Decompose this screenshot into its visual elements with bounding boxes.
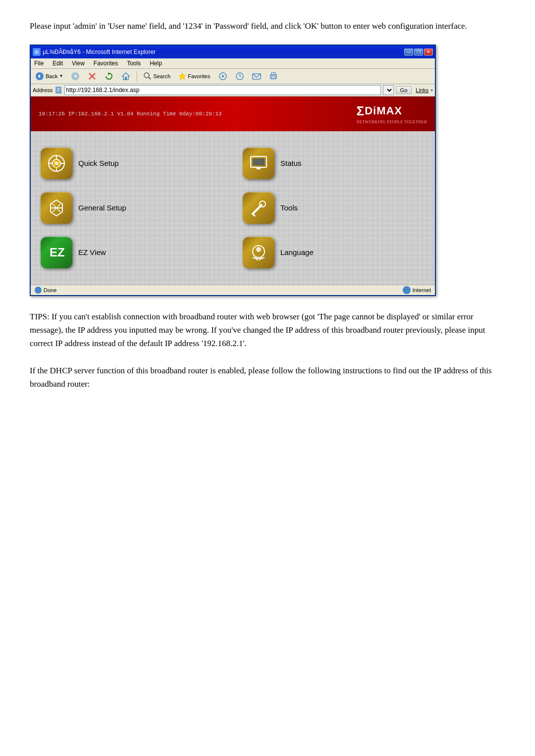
language-label: Language: [280, 248, 314, 256]
menu-view[interactable]: View: [70, 59, 86, 67]
language-icon-box: [243, 237, 274, 268]
menu-help[interactable]: Help: [148, 59, 163, 67]
menu-file[interactable]: File: [33, 59, 45, 67]
titlebar-buttons: — ❐ ✕: [404, 49, 433, 55]
address-input[interactable]: http://192.168.2.1/index.asp: [64, 85, 380, 95]
intro-paragraph: Please input 'admin' in 'User name' fiel…: [30, 20, 505, 33]
quick-setup-label: Quick Setup: [78, 159, 119, 167]
ez-view-icon-box: EZ: [41, 237, 72, 268]
status-icon-box: [243, 148, 274, 179]
home-icon: [121, 72, 130, 81]
tools-icon-box: [243, 192, 274, 224]
titlebar-left: e μL¾ÐÂÐ¤åY6 - Microsoft Internet Explor…: [33, 48, 156, 56]
address-label: Address: [33, 87, 53, 93]
status-label: Status: [280, 159, 302, 167]
search-button[interactable]: Search: [141, 71, 173, 82]
forward-icon: [71, 72, 80, 81]
back-icon: [35, 72, 44, 81]
quick-setup-icon: [46, 152, 67, 174]
quick-setup-icon-box: [41, 148, 72, 179]
router-header-bar: 19:17:26 IP:192.168.2.1 V1.04 Running Ti…: [31, 97, 435, 131]
language-icon: [248, 242, 269, 263]
edimax-logo: Σ DiMAX: [357, 103, 427, 119]
close-button[interactable]: ✕: [424, 49, 433, 55]
nav-item-quick-setup[interactable]: Quick Setup: [41, 146, 223, 181]
svg-point-34: [54, 161, 58, 165]
menu-edit[interactable]: Edit: [51, 59, 64, 67]
ie-titlebar: e μL¾ÐÂÐ¤åY6 - Microsoft Internet Explor…: [31, 46, 435, 58]
refresh-button[interactable]: [102, 70, 116, 82]
print-icon: [269, 72, 278, 81]
nav-item-general-setup[interactable]: General Setup: [41, 191, 223, 225]
general-setup-icon: [46, 197, 67, 219]
links-label[interactable]: Links: [416, 87, 428, 93]
media-icon: [218, 72, 227, 81]
ez-view-label: EZ View: [78, 248, 106, 256]
favorites-button[interactable]: Favorites: [176, 71, 213, 82]
svg-rect-39: [257, 167, 261, 169]
forward-button[interactable]: [68, 70, 82, 82]
home-button[interactable]: [119, 70, 133, 82]
svg-marker-9: [108, 72, 110, 75]
ie-addressbar: Address http://192.168.2.1/index.asp Go …: [31, 84, 435, 97]
links-arrow-icon: »: [430, 88, 433, 93]
mail-icon: [252, 72, 261, 81]
ie-toolbar: Back ▼: [31, 69, 435, 84]
refresh-icon: [105, 72, 113, 81]
ie-statusbar: Done Internet: [31, 285, 435, 295]
mail-button[interactable]: [250, 70, 264, 82]
edimax-subtitle: NETWORKING PEOPLE TOGETHER: [357, 120, 427, 124]
stop-icon: [88, 72, 97, 81]
tools-label: Tools: [280, 203, 298, 212]
edimax-logo-container: Σ DiMAX NETWORKING PEOPLE TOGETHER: [357, 103, 427, 124]
svg-marker-16: [222, 75, 225, 78]
restore-button[interactable]: ❐: [414, 49, 423, 55]
internet-globe-icon: [403, 286, 411, 294]
history-button[interactable]: [233, 70, 247, 82]
back-button[interactable]: Back ▼: [33, 70, 65, 82]
tips-paragraph: TIPS: If you can't establish connection …: [30, 310, 505, 351]
ez-view-icon: EZ: [46, 242, 67, 263]
address-dropdown[interactable]: [383, 85, 394, 95]
media-button[interactable]: [216, 70, 230, 82]
back-dropdown-icon: ▼: [59, 74, 63, 78]
nav-item-status[interactable]: Status: [243, 146, 425, 181]
status-icon: [248, 152, 269, 174]
go-button[interactable]: Go: [396, 86, 412, 94]
svg-marker-14: [179, 73, 186, 80]
search-label: Search: [153, 73, 170, 79]
ie-window-title: μL¾ÐÂÐ¤åY6 - Microsoft Internet Explorer: [43, 49, 156, 55]
favorites-label: Favorites: [188, 73, 210, 79]
ie-menubar: File Edit View Favorites Tools Help: [31, 58, 435, 69]
minimize-button[interactable]: —: [404, 49, 413, 55]
print-button[interactable]: [267, 70, 280, 82]
router-status-text: 19:17:26 IP:192.168.2.1 V1.04 Running Ti…: [39, 111, 222, 117]
menu-favorites[interactable]: Favorites: [92, 59, 119, 67]
search-icon: [144, 72, 152, 80]
done-icon: [35, 287, 42, 294]
menu-tools[interactable]: Tools: [125, 59, 142, 67]
general-setup-label: General Setup: [78, 203, 126, 212]
back-label: Back: [46, 73, 57, 79]
edimax-text: DiMAX: [365, 104, 402, 117]
svg-point-12: [144, 73, 149, 78]
edimax-sigma: Σ: [357, 103, 365, 119]
page-icon: [54, 86, 62, 94]
svg-rect-11: [125, 77, 127, 80]
svg-text:EZ: EZ: [50, 246, 65, 259]
general-setup-icon-box: [41, 192, 72, 224]
nav-item-tools[interactable]: Tools: [243, 191, 425, 225]
favorites-star-icon: [178, 72, 186, 80]
nav-item-language[interactable]: Language: [243, 235, 425, 270]
status-left: Done: [35, 287, 56, 294]
address-url: http://192.168.2.1/index.asp: [66, 87, 139, 94]
nav-item-ez-view[interactable]: EZ EZ View: [41, 235, 223, 270]
svg-point-50: [256, 247, 261, 252]
stop-button[interactable]: [85, 70, 99, 82]
dhcp-paragraph: If the DHCP server function of this broa…: [30, 364, 505, 391]
internet-label: Internet: [413, 287, 431, 293]
nav-grid: Quick Setup Status: [31, 131, 435, 285]
status-right: Internet: [403, 286, 431, 294]
history-icon: [235, 72, 244, 81]
status-done-text: Done: [44, 287, 56, 293]
